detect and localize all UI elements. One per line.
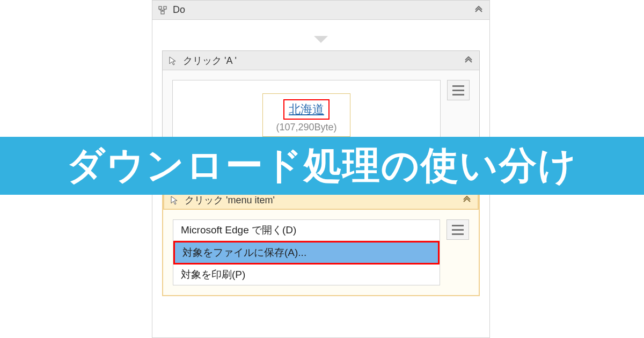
cursor-icon — [167, 55, 179, 67]
do-icon — [157, 4, 169, 16]
collapse-icon[interactable] — [462, 54, 475, 67]
target-size-text: (107,290Byte) — [276, 122, 336, 133]
svg-rect-2 — [161, 11, 164, 14]
menu-item-print[interactable]: 対象を印刷(P) — [173, 264, 440, 285]
click-menu-body: Microsoft Edge で開く(D) 対象をファイルに保存(A)... 対… — [163, 210, 479, 295]
banner-text: ダウンロード処理の使い分け — [67, 141, 577, 191]
menu-item-save-as[interactable]: 対象をファイルに保存(A)... — [173, 241, 440, 264]
context-menu-target[interactable]: Microsoft Edge で開く(D) 対象をファイルに保存(A)... 対… — [173, 219, 440, 285]
options-button[interactable] — [447, 80, 470, 100]
do-activity-header[interactable]: Do — [152, 1, 489, 20]
click-menu-activity[interactable]: クリック 'menu item' Microsoft Edge で開く(D) 対… — [162, 189, 480, 296]
click-a-header[interactable]: クリック 'A ' — [163, 51, 479, 70]
svg-rect-1 — [164, 6, 166, 9]
click-a-title: クリック 'A ' — [183, 54, 462, 67]
triangle-down-icon — [314, 36, 328, 43]
target-link-text: 北海道 — [289, 102, 324, 116]
collapse-icon[interactable] — [460, 194, 473, 207]
connector-top — [152, 20, 489, 50]
cursor-icon — [169, 194, 180, 206]
menu-item-edge[interactable]: Microsoft Edge で開く(D) — [173, 220, 440, 241]
do-activity-title: Do — [173, 4, 472, 16]
options-button[interactable] — [447, 219, 469, 240]
click-menu-title: クリック 'menu item' — [185, 194, 460, 207]
target-highlight: 北海道 — [283, 99, 330, 120]
collapse-icon[interactable] — [472, 4, 485, 17]
title-banner: ダウンロード処理の使い分け — [0, 137, 644, 195]
svg-rect-0 — [159, 6, 162, 9]
